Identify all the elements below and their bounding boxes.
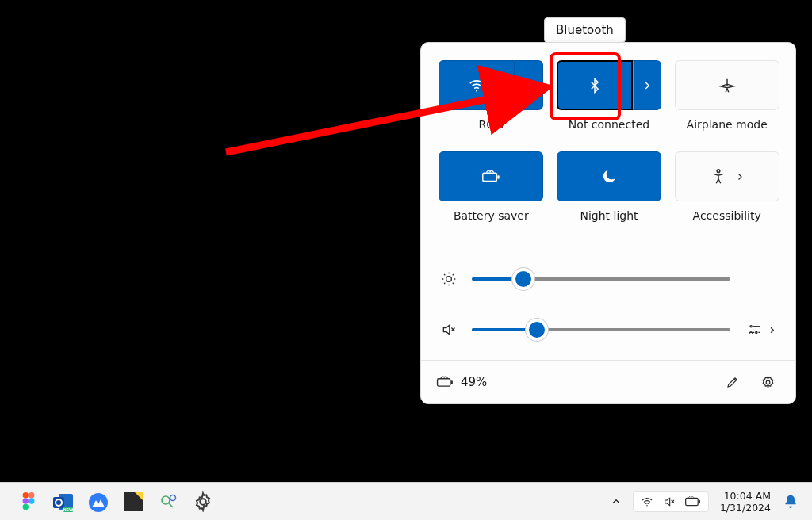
wifi-icon (468, 77, 485, 94)
svg-rect-8 (451, 380, 453, 384)
brightness-slider[interactable] (472, 277, 730, 281)
airplane-label: Airplane mode (687, 118, 768, 131)
svg-point-12 (29, 491, 34, 497)
battery-icon (684, 496, 702, 507)
svg-point-21 (89, 493, 108, 512)
sticky-notes-icon (124, 492, 143, 511)
svg-point-15 (23, 503, 29, 509)
gear-search-icon (158, 492, 178, 511)
svg-rect-27 (686, 498, 699, 505)
svg-point-25 (200, 499, 206, 505)
taskbar-app-figma[interactable] (13, 486, 44, 518)
airplane-mode-tile[interactable] (675, 60, 779, 110)
volume-slider-row (440, 304, 776, 355)
brightness-thumb[interactable] (512, 268, 534, 290)
svg-point-6 (756, 331, 757, 333)
volume-mute-icon (440, 322, 458, 338)
wifi-label: RGG (479, 118, 504, 131)
chevron-right-icon (768, 326, 776, 335)
taskbar-app-settings[interactable] (187, 486, 219, 518)
airplane-icon (718, 77, 736, 94)
brightness-slider-row (440, 254, 776, 304)
sliders-area (421, 250, 795, 360)
battery-saver-icon (481, 168, 501, 185)
settings-button[interactable] (754, 369, 781, 396)
battery-status[interactable]: 49% (435, 375, 487, 389)
svg-point-9 (766, 380, 770, 384)
tray-network-volume-battery[interactable] (633, 491, 709, 512)
battery-status-icon (435, 375, 454, 389)
svg-text:NEW: NEW (63, 507, 74, 511)
taskbar: NEW (0, 482, 812, 520)
brightness-icon (440, 271, 458, 287)
volume-mute-icon (662, 495, 676, 508)
tile-row-2: Battery saver Night light (439, 151, 779, 236)
chevron-right-icon (642, 80, 653, 91)
taskbar-app-nordvpn[interactable] (82, 486, 114, 518)
svg-point-0 (476, 90, 477, 91)
chevron-right-icon (735, 172, 745, 182)
svg-point-4 (446, 277, 452, 282)
tiles-area: RGG Not connected (421, 43, 795, 250)
svg-rect-2 (498, 175, 500, 179)
audio-output-icon (747, 323, 764, 337)
bluetooth-tile-col: Not connected (557, 60, 662, 145)
system-tray: 10:04 AM 1/31/2024 (606, 486, 806, 518)
gear-icon (760, 375, 776, 390)
edit-quick-settings-button[interactable] (719, 369, 746, 396)
tray-time: 10:04 AM (720, 490, 771, 502)
battery-saver-tile[interactable] (439, 151, 543, 201)
svg-point-23 (162, 496, 170, 504)
svg-rect-1 (483, 173, 497, 181)
volume-thumb[interactable] (526, 319, 548, 341)
volume-slider[interactable] (472, 328, 730, 331)
pencil-icon (726, 375, 740, 389)
svg-rect-7 (438, 379, 450, 386)
svg-point-26 (646, 504, 647, 505)
battery-saver-tile-col: Battery saver (439, 151, 544, 236)
nord-icon (87, 491, 109, 512)
notifications-button[interactable] (779, 486, 802, 518)
outlook-icon: NEW (52, 491, 75, 512)
tile-row-1: RGG Not connected (439, 60, 779, 145)
wifi-tile[interactable] (439, 60, 515, 110)
bluetooth-icon (587, 76, 603, 95)
night-light-tile[interactable] (557, 151, 661, 201)
svg-rect-28 (699, 499, 700, 503)
taskbar-app-services[interactable] (152, 486, 184, 518)
bell-icon (783, 493, 799, 510)
wifi-icon (640, 495, 654, 508)
chevron-up-icon (611, 496, 622, 507)
bluetooth-tooltip: Bluetooth (544, 17, 626, 43)
accessibility-tile-col: Accessibility (674, 151, 779, 236)
night-light-label: Night light (580, 209, 638, 222)
figma-icon (20, 491, 37, 512)
accessibility-tile[interactable] (675, 151, 779, 201)
chevron-right-icon (523, 80, 534, 91)
battery-saver-label: Battery saver (454, 209, 529, 222)
wifi-tile-col: RGG (439, 60, 544, 145)
svg-point-13 (23, 498, 29, 503)
wifi-expand-button[interactable] (515, 60, 543, 110)
bluetooth-label: Not connected (569, 118, 649, 131)
bluetooth-expand-button[interactable] (633, 60, 661, 110)
audio-output-button[interactable] (745, 323, 776, 337)
taskbar-app-outlook[interactable]: NEW (48, 486, 79, 518)
airplane-tile-col: Airplane mode (674, 60, 779, 145)
tray-overflow-button[interactable] (606, 486, 626, 518)
svg-point-11 (23, 491, 29, 497)
bluetooth-tile[interactable] (557, 60, 633, 110)
flyout-footer: 49% (421, 360, 795, 403)
night-light-icon (600, 168, 618, 185)
gear-icon (193, 491, 213, 512)
taskbar-app-sticky-notes[interactable] (117, 486, 149, 518)
night-light-tile-col: Night light (557, 151, 662, 236)
tray-clock[interactable]: 10:04 AM 1/31/2024 (712, 490, 776, 514)
tray-date: 1/31/2024 (720, 502, 771, 514)
accessibility-label: Accessibility (693, 209, 761, 222)
svg-point-3 (717, 169, 720, 172)
svg-point-24 (170, 495, 176, 500)
svg-point-5 (750, 326, 752, 327)
accessibility-icon (710, 168, 727, 185)
battery-percent-text: 49% (461, 375, 487, 389)
